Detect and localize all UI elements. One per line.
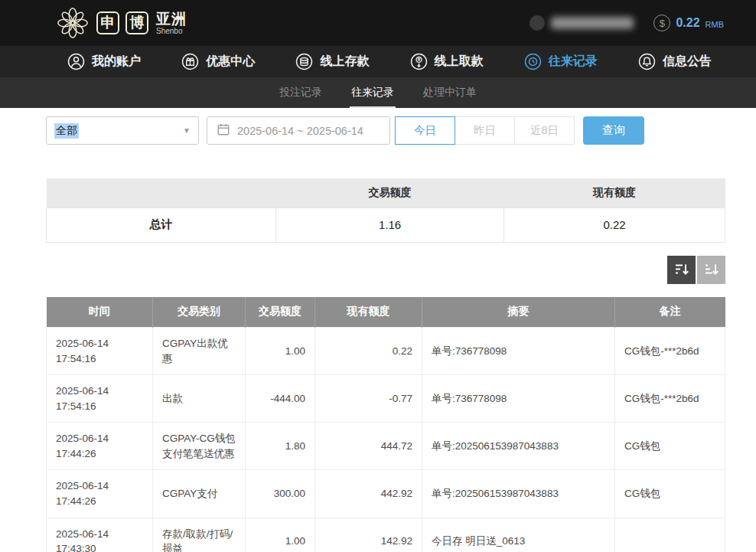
- nav-item-announcements[interactable]: 信息公告: [638, 53, 712, 70]
- dollar-icon: $: [653, 15, 670, 31]
- gift-icon: [181, 53, 199, 70]
- cell-summary: 今日存 明日送_0613: [422, 518, 615, 552]
- summary-total-row: 总计 1.16 0.22: [47, 207, 725, 242]
- user-area: [530, 15, 634, 31]
- logo-subtitle: Shenbo: [156, 28, 187, 35]
- transaction-type-select[interactable]: 全部 ▼: [46, 116, 199, 145]
- nav-label: 往来记录: [549, 54, 598, 70]
- last-8-days-button[interactable]: 近8日: [514, 116, 575, 145]
- sub-navigation: 投注记录 往来记录 处理中订单: [0, 77, 756, 108]
- logo-char-bo: 博: [125, 11, 148, 34]
- cell-summary: 单号:736778098: [422, 375, 615, 423]
- col-header-type: 交易类别: [153, 297, 246, 328]
- tab-betting-records[interactable]: 投注记录: [278, 77, 324, 108]
- nav-item-transaction-records[interactable]: 往来记录: [524, 53, 598, 70]
- col-header-balance: 现有额度: [315, 297, 422, 328]
- cell-type: CGPAY-CG钱包支付笔笔送优惠: [153, 423, 246, 470]
- nav-item-my-account[interactable]: 我的账户: [67, 53, 141, 70]
- user-icon: [67, 53, 85, 70]
- nav-label: 我的账户: [92, 54, 141, 70]
- col-header-remark: 备注: [615, 297, 725, 328]
- nav-label: 信息公告: [663, 54, 712, 70]
- summary-header-balance: 现有额度: [504, 178, 725, 207]
- cell-time: 2025-06-14 17:54:16: [47, 328, 153, 375]
- withdraw-icon: [410, 53, 428, 70]
- col-header-amount: 交易额度: [246, 297, 315, 328]
- cell-type: CGPAY支付: [153, 470, 246, 518]
- top-header: 申 博 亚洲 Shenbo $ 0.22 RMB: [0, 0, 756, 46]
- main-content: 全部 ▼ 2025-06-14 ~ 2025-06-14 今日 昨日 近8日 查…: [0, 108, 756, 552]
- cell-amount: -444.00: [246, 375, 315, 423]
- announcement-icon: [638, 53, 656, 70]
- tab-pending-orders[interactable]: 处理中订单: [422, 77, 478, 108]
- cell-amount: 1.00: [246, 328, 315, 375]
- cell-time: 2025-06-14 17:44:26: [47, 470, 153, 518]
- filter-row: 全部 ▼ 2025-06-14 ~ 2025-06-14 今日 昨日 近8日 查…: [46, 116, 725, 145]
- sort-ascending-button[interactable]: [697, 256, 725, 284]
- logo-char-shen: 申: [96, 11, 119, 34]
- balance-currency: RMB: [705, 20, 724, 29]
- nav-label: 线上取款: [435, 54, 484, 70]
- selected-type: 全部: [54, 123, 79, 139]
- summary-total-label: 总计: [47, 207, 276, 242]
- topbar-right: $ 0.22 RMB: [530, 15, 724, 31]
- cell-time: 2025-06-14 17:54:16: [47, 375, 153, 423]
- col-header-summary: 摘要: [422, 297, 615, 328]
- date-range-input[interactable]: 2025-06-14 ~ 2025-06-14: [207, 116, 390, 145]
- cell-balance: 442.92: [315, 470, 422, 518]
- nav-item-promotions[interactable]: 优惠中心: [181, 53, 255, 70]
- deposit-icon: [295, 53, 313, 70]
- table-row: 2025-06-14 17:43:30 存款/取款/打码/损益 1.00 142…: [47, 518, 725, 552]
- cell-amount: 300.00: [246, 470, 315, 518]
- cell-summary: 单号:736778098: [422, 328, 615, 375]
- logo-region-text: 亚洲: [156, 11, 187, 26]
- col-header-time: 时间: [47, 297, 153, 328]
- summary-balance-total: 0.22: [504, 207, 725, 242]
- sort-descending-button[interactable]: [667, 256, 696, 284]
- summary-table: 交易额度 现有额度 总计 1.16 0.22: [46, 178, 725, 243]
- table-row: 2025-06-14 17:44:26 CGPAY支付 300.00 442.9…: [47, 470, 725, 518]
- cell-balance: 0.22: [315, 328, 422, 375]
- yesterday-button[interactable]: 昨日: [455, 116, 515, 145]
- records-icon: [524, 53, 542, 70]
- nav-label: 线上存款: [320, 54, 369, 70]
- cell-amount: 1.80: [246, 423, 315, 470]
- summary-transaction-total: 1.16: [276, 207, 504, 242]
- summary-header-empty: [47, 178, 276, 207]
- today-button[interactable]: 今日: [395, 116, 455, 145]
- summary-header-row: 交易额度 现有额度: [47, 178, 725, 207]
- main-navigation: 我的账户 优惠中心 线上存款 线上: [0, 46, 756, 77]
- nav-item-deposit[interactable]: 线上存款: [295, 53, 369, 70]
- balance-display: $ 0.22 RMB: [653, 15, 724, 31]
- cell-type: 存款/取款/打码/损益: [153, 518, 246, 552]
- balance-amount: 0.22: [676, 16, 699, 30]
- cell-remark: CG钱包-***2b6d: [615, 328, 725, 375]
- records-table: 时间 交易类别 交易额度 现有额度 摘要 备注 2025-06-14 17:54…: [46, 297, 725, 552]
- username-redacted: [551, 17, 634, 29]
- cell-remark: CG钱包: [615, 470, 725, 518]
- records-header-row: 时间 交易类别 交易额度 现有额度 摘要 备注: [47, 297, 725, 328]
- tab-transaction-records[interactable]: 往来记录: [350, 77, 396, 108]
- cell-balance: 444.72: [315, 423, 422, 470]
- logo: 申 博 亚洲 Shenbo: [55, 5, 187, 41]
- quick-date-buttons: 今日 昨日 近8日: [396, 116, 575, 145]
- nav-item-withdraw[interactable]: 线上取款: [410, 53, 484, 70]
- lotus-flower-icon: [55, 5, 90, 41]
- cell-amount: 1.00: [246, 518, 315, 552]
- cell-remark: CG钱包-***2b6d: [615, 375, 725, 423]
- sort-controls: [46, 256, 725, 284]
- cell-balance: 142.92: [315, 518, 422, 552]
- search-button[interactable]: 查询: [583, 116, 644, 145]
- date-range-value: 2025-06-14 ~ 2025-06-14: [237, 125, 363, 137]
- calendar-icon: [217, 122, 230, 139]
- nav-label: 优惠中心: [206, 54, 255, 70]
- cell-time: 2025-06-14 17:44:26: [47, 423, 153, 470]
- cell-summary: 单号:202506153987043883: [422, 423, 615, 470]
- cell-remark: [615, 518, 725, 552]
- cell-time: 2025-06-14 17:43:30: [47, 518, 153, 552]
- cell-type: CGPAY出款优惠: [153, 328, 246, 375]
- table-row: 2025-06-14 17:54:16 CGPAY出款优惠 1.00 0.22 …: [47, 328, 725, 375]
- table-row: 2025-06-14 17:44:26 CGPAY-CG钱包支付笔笔送优惠 1.…: [47, 423, 725, 470]
- cell-remark: CG钱包: [615, 423, 725, 470]
- logo-region-block: 亚洲 Shenbo: [156, 11, 187, 35]
